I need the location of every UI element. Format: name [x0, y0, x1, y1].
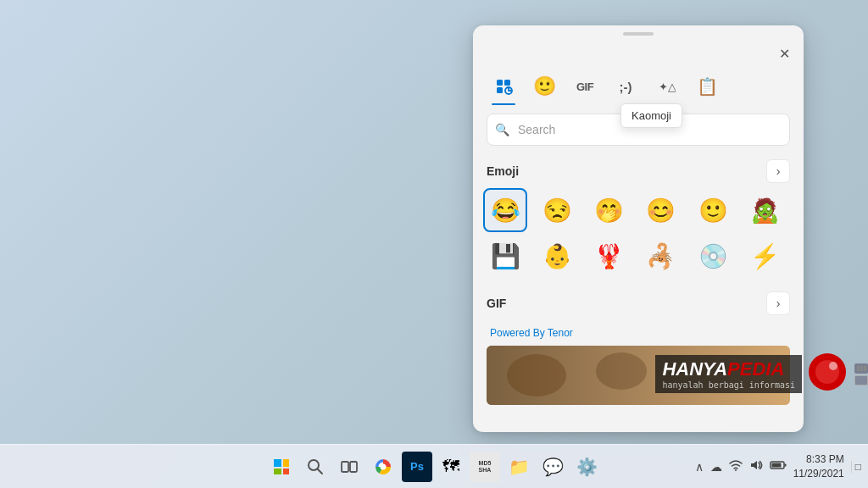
task-view-button[interactable] — [334, 452, 364, 482]
svg-rect-13 — [274, 469, 281, 474]
tray-volume[interactable] — [749, 458, 763, 474]
tray-battery[interactable] — [770, 458, 787, 474]
emoji-baby[interactable]: 👶 — [535, 234, 579, 278]
taskbar-buttons — [854, 363, 868, 385]
gif-expand-button[interactable]: › — [766, 291, 790, 315]
emoji-floppy[interactable]: 💾 — [483, 234, 527, 278]
taskbar-search[interactable] — [300, 452, 331, 482]
emoji-disc[interactable]: 💿 — [691, 234, 735, 278]
emoji-expressionless[interactable]: 😒 — [535, 188, 579, 232]
watermark-logo — [802, 351, 853, 397]
emoji-zap[interactable]: ⚡ — [743, 234, 787, 278]
svg-rect-2 — [497, 87, 503, 93]
gif-section-content: Powered By Tenor — [480, 320, 797, 408]
svg-rect-18 — [350, 462, 357, 472]
svg-point-9 — [815, 360, 839, 384]
powered-by-tenor[interactable]: Powered By Tenor — [487, 324, 790, 346]
emoji-picker-panel: ✕ 🙂 GIF ; — [473, 25, 804, 432]
svg-point-8 — [809, 353, 846, 391]
svg-point-6 — [507, 354, 566, 396]
emoji-expand-button[interactable]: › — [766, 159, 790, 183]
svg-rect-25 — [784, 464, 786, 467]
tray-chevron[interactable]: ∧ — [695, 460, 704, 474]
emoji-smiling[interactable]: 😊 — [639, 188, 683, 232]
taskbar-md5sha[interactable]: MD5 SHA — [470, 452, 500, 482]
emoji-lobster[interactable]: 🦞 — [587, 234, 632, 278]
emoji-zombie[interactable]: 🧟 — [743, 188, 787, 232]
svg-rect-14 — [283, 469, 289, 474]
emoji-scorpion[interactable]: 🦂 — [639, 234, 683, 278]
emoji-slightly-smiling[interactable]: 🙂 — [691, 188, 735, 232]
svg-text:✦△: ✦△ — [659, 80, 676, 93]
desktop: ✕ 🙂 GIF ; — [0, 0, 868, 444]
taskbar-chrome[interactable] — [368, 452, 398, 482]
start-button[interactable] — [266, 452, 297, 482]
taskbar-photoshop[interactable]: Ps — [402, 452, 432, 482]
svg-point-21 — [381, 463, 387, 469]
tray-wifi[interactable] — [729, 458, 743, 474]
emoji-shushing[interactable]: 🤭 — [587, 188, 632, 232]
svg-point-22 — [735, 469, 737, 471]
svg-point-10 — [829, 362, 837, 370]
picker-titlebar: ✕ — [473, 39, 804, 66]
svg-rect-1 — [504, 80, 510, 86]
gif-section-title: GIF — [487, 297, 506, 310]
svg-rect-17 — [342, 462, 348, 472]
svg-rect-24 — [771, 463, 781, 468]
emoji-grid: 😂 😒 🤭 😊 🙂 🧟 💾 👶 🦞 🦂 💿 ⚡ — [480, 188, 797, 285]
clock-time: 8:33 PM — [793, 452, 844, 467]
taskbar-files[interactable]: 📁 — [504, 452, 534, 482]
tab-clipboard[interactable]: 📋 — [690, 69, 724, 103]
tab-kaomoji[interactable]: ;-) — [609, 69, 643, 103]
svg-rect-12 — [283, 459, 289, 467]
taskbar-whatsapp[interactable]: 💬 — [537, 452, 568, 482]
taskbar-center: Ps 🗺 MD5 SHA 📁 💬 ⚙️ — [266, 452, 602, 482]
svg-line-16 — [318, 469, 323, 474]
taskbar-maps[interactable]: 🗺 — [436, 452, 466, 482]
system-clock[interactable]: 8:33 PM 11/29/2021 — [793, 452, 844, 481]
taskbar: Ps 🗺 MD5 SHA 📁 💬 ⚙️ ∧ ☁ — [0, 444, 868, 488]
search-icon: 🔍 — [495, 123, 509, 136]
emoji-section-header: Emoji › — [480, 152, 797, 188]
tab-emoji[interactable]: 🙂 — [527, 69, 561, 103]
kaomoji-tooltip: Kaomoji — [620, 103, 682, 128]
tray-cloud[interactable]: ☁ — [710, 460, 722, 474]
svg-point-7 — [596, 352, 647, 390]
show-desktop-button[interactable]: □ — [851, 461, 861, 473]
gif-section-header: GIF › — [480, 285, 797, 320]
drag-indicator — [623, 32, 654, 36]
picker-content: Emoji › 😂 😒 🤭 😊 🙂 🧟 💾 👶 🦞 🦂 💿 ⚡ — [473, 152, 804, 432]
system-tray: ∧ ☁ 8:33 PM 11/29 — [695, 452, 861, 481]
drag-handle[interactable] — [473, 25, 804, 39]
gif-preview[interactable] — [487, 346, 790, 405]
emoji-section-title: Emoji — [487, 164, 519, 178]
emoji-laughing[interactable]: 😂 — [483, 188, 527, 232]
close-button[interactable]: ✕ — [771, 41, 797, 66]
svg-rect-11 — [274, 459, 281, 467]
taskbar-settings[interactable]: ⚙️ — [571, 452, 602, 482]
svg-rect-0 — [497, 80, 503, 86]
picker-tabs: 🙂 GIF ;-) ✦△ 📋 Kaomoji — [473, 66, 804, 103]
tab-gif[interactable]: GIF — [568, 69, 602, 103]
tab-symbols[interactable]: ✦△ — [649, 69, 683, 103]
clock-date: 11/29/2021 — [793, 467, 844, 481]
tab-recent[interactable] — [487, 69, 520, 103]
